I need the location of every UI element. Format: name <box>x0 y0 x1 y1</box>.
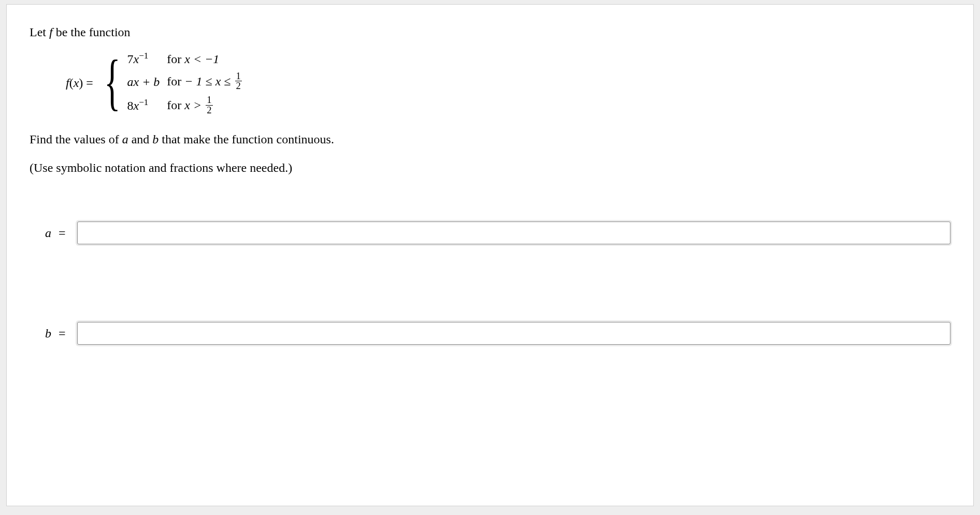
case-row: ax + b for − 1 ≤ x ≤ 12 <box>127 70 250 94</box>
lhs-f: f <box>66 76 69 90</box>
cases-table: 7x−1 for x < −1 ax + b for − 1 ≤ x ≤ 12 … <box>127 49 250 118</box>
question-text: Find the values of a and b that make the… <box>30 133 950 146</box>
case-expr: 7x−1 <box>127 49 167 70</box>
frac-num: 1 <box>206 95 212 105</box>
answer-label-a: a = <box>45 226 66 240</box>
lhs-x: x <box>74 76 79 90</box>
question-card: Let f be the function f(x) = { 7x−1 for … <box>6 4 974 506</box>
fraction: 12 <box>235 71 242 91</box>
var: x <box>133 99 139 112</box>
piecewise-definition: f(x) = { 7x−1 for x < −1 ax + b for − 1 … <box>66 49 950 118</box>
answer-row-a: a = <box>44 222 950 244</box>
case-row: 7x−1 for x < −1 <box>127 49 250 70</box>
var: x <box>133 52 139 66</box>
answer-input-b[interactable] <box>77 322 950 345</box>
tail: + b <box>139 75 160 89</box>
coef: 8 <box>127 99 133 112</box>
fraction: 12 <box>206 95 212 115</box>
answer-input-a[interactable] <box>77 222 950 244</box>
cond-lead: x > <box>184 98 205 112</box>
cond-prefix: for <box>167 98 184 112</box>
cond-lead: − 1 ≤ x ≤ <box>184 74 234 87</box>
coef: a <box>127 75 133 89</box>
answer-var: a <box>45 226 51 240</box>
answer-eq-sign: = <box>59 226 66 240</box>
intro-suffix: be the function <box>53 25 131 39</box>
lhs-close: ) = <box>79 76 93 90</box>
q-t2: and <box>128 133 153 146</box>
lhs-open: ( <box>69 76 74 90</box>
case-expr: ax + b <box>127 70 167 94</box>
intro-fvar: f <box>49 25 53 39</box>
left-brace-icon: { <box>104 56 121 109</box>
coef: 7 <box>127 52 133 66</box>
q-t1: Find the values of <box>30 133 122 146</box>
frac-num: 1 <box>235 71 242 81</box>
case-cond: for − 1 ≤ x ≤ 12 <box>167 70 250 94</box>
answer-eq <box>53 327 56 340</box>
q-t3: that make the function continuous. <box>158 133 334 146</box>
answer-eq <box>53 226 56 240</box>
frac-den: 2 <box>206 105 212 115</box>
answer-row-b: b = <box>44 322 950 345</box>
var: x <box>133 75 139 89</box>
case-cond: for x < −1 <box>167 49 250 70</box>
intro-prefix: Let <box>30 25 49 39</box>
q-b: b <box>152 133 158 146</box>
answer-var: b <box>45 327 51 340</box>
intro-text: Let f be the function <box>30 25 950 39</box>
case-expr: 8x−1 <box>127 94 167 118</box>
exp: −1 <box>139 51 148 61</box>
cond-body: x < −1 <box>184 52 219 66</box>
cond-prefix: for <box>167 52 184 66</box>
frac-den: 2 <box>235 81 242 91</box>
case-cond: for x > 12 <box>167 94 250 118</box>
answer-eq-sign: = <box>59 327 66 340</box>
case-row: 8x−1 for x > 12 <box>127 94 250 118</box>
exp: −1 <box>139 97 148 107</box>
hint-text: (Use symbolic notation and fractions whe… <box>30 161 950 175</box>
cond-prefix: for <box>167 74 184 87</box>
lhs: f(x) = <box>66 75 93 92</box>
answer-label-b: b = <box>45 327 66 341</box>
q-a: a <box>122 133 128 146</box>
